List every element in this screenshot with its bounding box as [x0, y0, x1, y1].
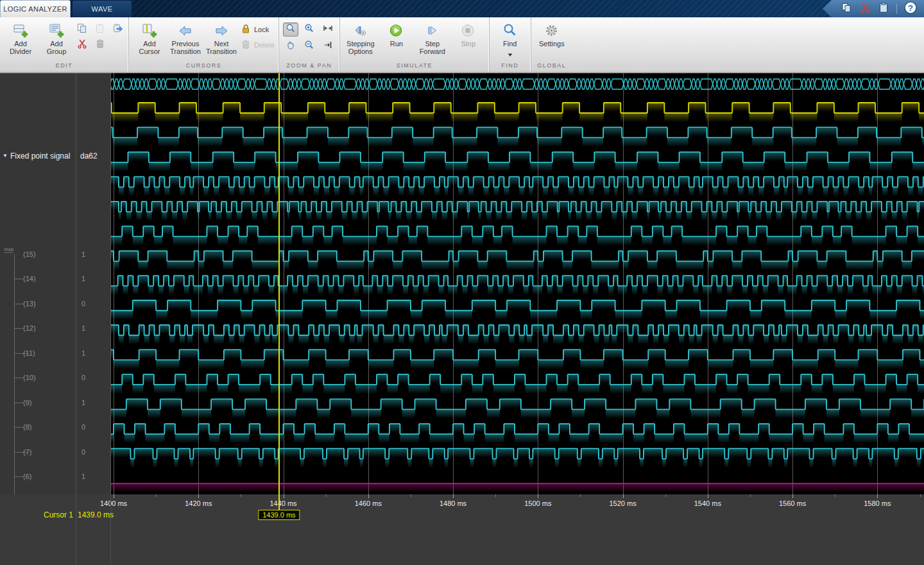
zoom-region-icon	[286, 23, 296, 36]
bit-tick	[14, 427, 23, 428]
toolbar-section-find: FindFIND	[489, 17, 531, 72]
zoom-in-icon	[304, 23, 314, 36]
find-icon	[502, 22, 518, 39]
collapse-bus-icon[interactable]: ▼	[3, 153, 8, 159]
waveform-plot[interactable]	[110, 73, 924, 494]
svg-text:?: ?	[908, 3, 913, 12]
axis-major-tick	[198, 494, 199, 498]
name-column-divider[interactable]	[76, 73, 76, 565]
ribbon-toolbar: Add DividerAdd GroupEDITAdd CursorPrevio…	[0, 17, 924, 73]
signal-panel: ▼ Fixed point signal da62 msb(15)1(14)1(…	[0, 73, 110, 565]
copy-button[interactable]	[76, 24, 89, 35]
prev-transition-button[interactable]: Previous Transition	[169, 21, 202, 55]
fit-width-button[interactable]	[320, 22, 336, 37]
toolbar-section-label: FIND	[490, 62, 531, 72]
add-divider-button[interactable]: Add Divider	[4, 21, 37, 55]
axis-major-tick	[453, 494, 454, 498]
paste-arrow-icon	[112, 23, 124, 36]
time-cursor-line[interactable]	[278, 73, 280, 512]
channel-label: (13)	[23, 300, 36, 308]
paste-icon[interactable]	[877, 2, 890, 16]
cursor-name-label: Cursor 1	[44, 510, 73, 519]
cursor-time-readout: 1439.0 ms	[78, 510, 114, 519]
axis-minor-tick	[665, 494, 666, 497]
axis-minor-tick	[326, 494, 327, 497]
zoom-cursor-button[interactable]	[320, 39, 336, 53]
next-transition-button[interactable]: Next Transition	[205, 21, 238, 55]
zoom-in-button[interactable]	[302, 22, 317, 37]
time-axis-bar: 1400 ms1420 ms1440 ms1460 ms1480 ms1500 …	[0, 494, 924, 565]
bit-tick	[14, 304, 23, 304]
msb-marker: msb	[4, 247, 13, 253]
channel-label: (10)	[23, 374, 36, 381]
tab-logic-analyzer[interactable]: LOGIC ANALYZER	[0, 0, 71, 17]
axis-tick-label: 1580 ms	[864, 500, 891, 507]
axis-major-tick	[114, 494, 114, 498]
zoom-region-button[interactable]	[283, 22, 298, 37]
cut-icon[interactable]	[859, 2, 871, 16]
axis-tick-label: 1540 ms	[694, 500, 721, 507]
toolbar-button-grid	[76, 21, 124, 51]
time-cursor-flag[interactable]: 1439.0 ms	[258, 510, 300, 520]
channel-label: (9)	[23, 399, 31, 406]
bottom-value-divider	[110, 494, 111, 565]
axis-tick-label: 1560 ms	[779, 500, 806, 507]
axis-tick-label: 1460 ms	[355, 500, 382, 507]
next-transition-icon	[214, 22, 229, 39]
step-forward-button[interactable]: Step Forward	[416, 21, 449, 55]
prev-transition-icon	[178, 22, 193, 39]
toolbar-button-label: Step Forward	[416, 40, 449, 55]
cut-icon	[77, 39, 87, 51]
axis-minor-tick	[920, 494, 921, 497]
cut-button[interactable]	[76, 39, 89, 51]
settings-button[interactable]: Settings	[535, 21, 569, 48]
zoom-out-button[interactable]	[302, 39, 317, 53]
run-button[interactable]: Run	[380, 21, 413, 48]
copy-icon[interactable]	[840, 2, 853, 16]
axis-minor-tick	[580, 494, 581, 497]
axis-minor-tick	[750, 494, 751, 497]
channel-value: 1	[81, 275, 85, 282]
bit-tick	[14, 476, 23, 477]
axis-major-tick	[792, 494, 793, 498]
add-group-button[interactable]: Add Group	[40, 21, 73, 55]
axis-tick-label: 1500 ms	[524, 500, 551, 507]
bus-header-row[interactable]: ▼ Fixed point signal da62	[0, 147, 110, 165]
add-cursor-button[interactable]: Add Cursor	[133, 21, 166, 55]
paste-button	[94, 24, 107, 35]
channel-value: 0	[81, 423, 85, 431]
quick-access-toolbar: ?	[823, 0, 924, 17]
stepping-options-button[interactable]: Stepping Options	[344, 21, 377, 55]
channel-value: 1	[81, 349, 85, 357]
bit-tick	[14, 403, 23, 403]
help-icon[interactable]: ?	[903, 1, 918, 17]
tab-wave[interactable]: WAVE	[72, 0, 132, 17]
add-divider-icon	[13, 22, 28, 39]
axis-tick-label: 1520 ms	[609, 500, 636, 507]
toolbar-button-label: Settings	[539, 40, 565, 48]
lock-button[interactable]: Lock	[241, 24, 275, 35]
toolbar-section-edit: Add DividerAdd GroupEDIT	[0, 17, 128, 72]
axis-major-tick	[284, 494, 284, 498]
step-forward-icon	[425, 22, 440, 39]
axis-tick-label: 1440 ms	[270, 500, 296, 507]
toolbar-section-label: EDIT	[0, 62, 128, 72]
trash-button[interactable]	[94, 39, 107, 51]
axis-major-tick	[368, 494, 369, 498]
toolbar-section-label: CURSORS	[129, 62, 278, 72]
paste-arrow-button[interactable]	[112, 24, 124, 35]
toolbar-section-label: GLOBAL	[531, 62, 572, 72]
bus-value: da62	[80, 152, 98, 161]
pan-hand-button[interactable]	[283, 39, 298, 53]
toolbar-section-cursors: Add CursorPrevious TransitionNext Transi…	[128, 17, 278, 72]
channel-label: (11)	[23, 349, 35, 357]
toolbar-button-label: Stop	[461, 40, 475, 48]
channel-label: (12)	[23, 324, 36, 332]
find-button[interactable]: Find	[493, 21, 527, 60]
channel-label: (15)	[23, 250, 36, 258]
settings-icon	[544, 22, 560, 39]
channel-label: (8)	[23, 423, 31, 431]
paste-icon	[94, 23, 106, 36]
zoom-out-icon	[304, 40, 314, 53]
channel-value: 1	[81, 250, 85, 258]
